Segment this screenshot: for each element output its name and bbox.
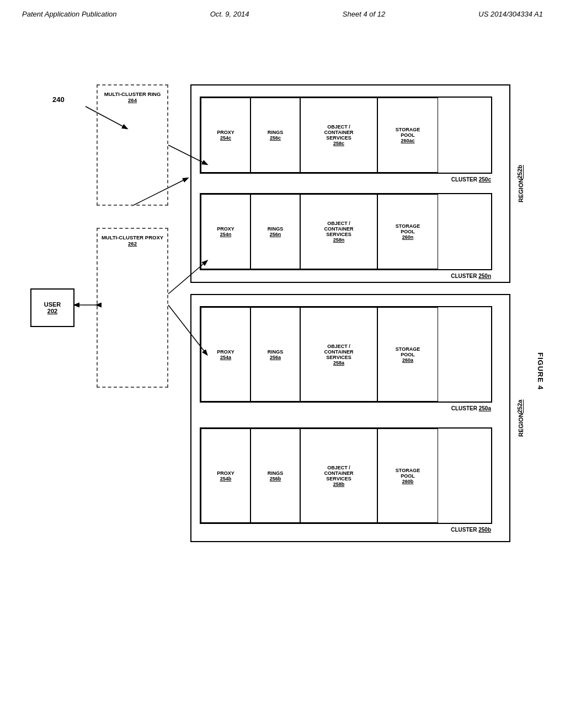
header-sheet: Sheet 4 of 12 — [343, 10, 385, 18]
storage-260n: STORAGE POOL 260n — [377, 194, 438, 269]
rings-256a: RINGS 256a — [250, 307, 300, 402]
rings-256c: RINGS 256c — [250, 98, 300, 173]
proxy-254a: PROXY 254a — [201, 307, 250, 402]
diagram-area: 240 USER 202 MULTI-CLUSTER RING 264 MULT… — [0, 24, 565, 719]
mcp-ref: 262 — [128, 240, 137, 247]
ocs-258c: OBJECT / CONTAINER SERVICES 258c — [300, 98, 377, 173]
cluster-250a-box: PROXY 254a RINGS 256a OBJECT / CONTAINER… — [200, 306, 492, 403]
user-ref: 202 — [47, 308, 57, 314]
region-252b-box: PROXY 254c RINGS 256c OBJECT / CONTAINER… — [190, 84, 510, 283]
cluster-250n-label: CLUSTER 250n — [451, 273, 491, 279]
ocs-258n: OBJECT / CONTAINER SERVICES 258n — [300, 194, 377, 269]
storage-260a: STORAGE POOL 260a — [377, 307, 438, 402]
region-252b-label: REGION 252b — [516, 85, 525, 282]
mcr-label: MULTI-CLUSTER RING — [104, 91, 161, 97]
proxy-254b: PROXY 254b — [201, 429, 250, 523]
diagram-ref-label: 240 — [52, 95, 65, 104]
mcp-label: MULTI-CLUSTER PROXY — [102, 234, 163, 240]
cluster-250b-box: PROXY 254b RINGS 256b OBJECT / CONTAINER… — [200, 427, 492, 524]
region-252a-label: REGION 252a — [516, 295, 525, 541]
cluster-250b-label: CLUSTER 250b — [451, 527, 491, 533]
cluster-250c-box: PROXY 254c RINGS 256c OBJECT / CONTAINER… — [200, 97, 492, 174]
header-date: Oct. 9, 2014 — [210, 10, 249, 18]
proxy-254n: PROXY 254n — [201, 194, 250, 269]
rings-256n: RINGS 256n — [250, 194, 300, 269]
cluster-250n-box: PROXY 254n RINGS 256n OBJECT / CONTAINER… — [200, 193, 492, 270]
user-box: USER 202 — [30, 288, 74, 327]
rings-256b: RINGS 256b — [250, 429, 300, 523]
figure-label: FIGURE 4 — [537, 352, 545, 390]
storage-260c: STORAGE POOL 260ac — [377, 98, 438, 173]
multi-cluster-proxy-box: MULTI-CLUSTER PROXY 262 — [97, 228, 168, 388]
region-252a-box: PROXY 254a RINGS 256a OBJECT / CONTAINER… — [190, 294, 510, 542]
page-header: Patent Application Publication Oct. 9, 2… — [0, 0, 565, 24]
user-label: USER — [44, 301, 61, 308]
multi-cluster-ring-box: MULTI-CLUSTER RING 264 — [97, 84, 168, 206]
ocs-258a: OBJECT / CONTAINER SERVICES 258a — [300, 307, 377, 402]
cluster-250c-label: CLUSTER 250c — [451, 176, 491, 183]
header-publication: Patent Application Publication — [22, 10, 117, 18]
storage-260b: STORAGE POOL 260b — [377, 429, 438, 523]
header-patent: US 2014/304334 A1 — [478, 10, 543, 18]
proxy-254c: PROXY 254c — [201, 98, 250, 173]
mcr-ref: 264 — [128, 97, 137, 103]
ocs-258b: OBJECT / CONTAINER SERVICES 258b — [300, 429, 377, 523]
cluster-250a-label: CLUSTER 250a — [451, 405, 491, 411]
